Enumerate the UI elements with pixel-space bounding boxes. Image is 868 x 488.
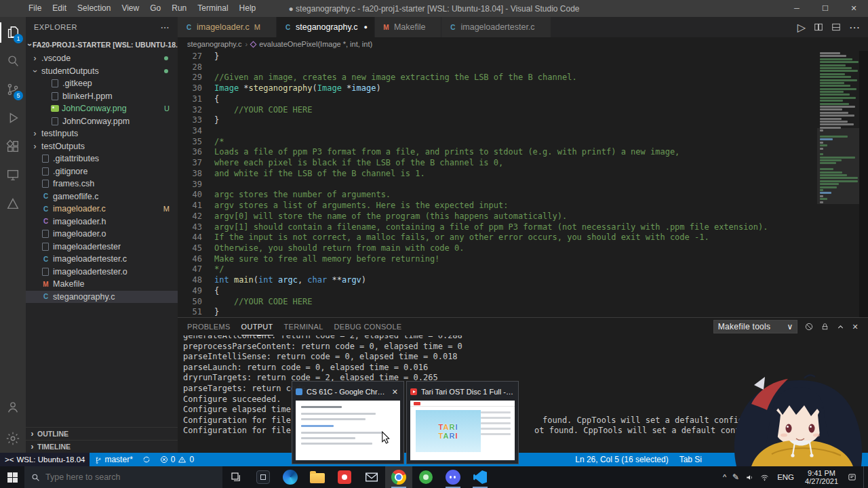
editor-scrollbar[interactable] xyxy=(859,51,868,317)
panel-tab-problems[interactable]: PROBLEMS xyxy=(187,319,231,335)
code-line[interactable]: 27} xyxy=(178,52,817,62)
explorer-more-icon[interactable]: ⋯ xyxy=(161,22,170,33)
code-line[interactable]: 42argv[0] will store the name of the pro… xyxy=(178,211,817,222)
maximize-button[interactable]: ☐ xyxy=(811,0,840,17)
output-log[interactable]: generateAllContent: return code = 2, ela… xyxy=(178,336,868,453)
edge-icon[interactable] xyxy=(277,466,304,488)
timeline-section[interactable]: › TIMELINE xyxy=(26,440,178,453)
taskbar-search[interactable] xyxy=(24,466,222,488)
mail-icon[interactable] xyxy=(358,466,385,488)
git-branch-indicator[interactable]: master* xyxy=(90,453,137,466)
file-.gitattributes[interactable]: .gitattributes xyxy=(26,152,178,165)
code-line[interactable]: 37where each pixel is black if the LSB o… xyxy=(178,158,817,169)
file-.vscode[interactable]: ›.vscode xyxy=(26,52,178,65)
breadcrumb[interactable]: steganography.c › evaluateOnePixel(Image… xyxy=(178,37,868,51)
red-app-icon[interactable] xyxy=(331,466,358,488)
search-input[interactable] xyxy=(45,472,201,482)
line-number[interactable]: 49 xyxy=(178,286,202,297)
more-actions-icon[interactable]: ⋯ xyxy=(849,21,860,34)
file-.gitignore[interactable]: .gitignore xyxy=(26,165,178,178)
chrome-icon[interactable] xyxy=(385,466,412,488)
split-editor-icon[interactable] xyxy=(814,22,823,32)
code-line[interactable]: 35/* xyxy=(178,137,817,148)
run-debug-icon[interactable] xyxy=(0,104,26,132)
file-imageloadertester.c[interactable]: Cimageloadertester.c xyxy=(26,253,178,266)
preview-thumbnail[interactable]: TARITARI xyxy=(410,401,515,460)
file-testInputs[interactable]: ›testInputs xyxy=(26,127,178,140)
line-number[interactable]: 38 xyxy=(178,169,202,180)
sync-button[interactable] xyxy=(138,453,155,466)
line-number[interactable]: 36 xyxy=(178,147,202,158)
menu-view[interactable]: View xyxy=(116,0,144,17)
green-app-icon[interactable] xyxy=(412,466,439,488)
line-number[interactable]: 28 xyxy=(178,62,202,73)
remote-explorer-icon[interactable] xyxy=(0,161,26,189)
line-number[interactable]: 30 xyxy=(178,83,202,94)
menu-selection[interactable]: Selection xyxy=(72,0,116,17)
file-JohnConway.ppm[interactable]: JohnConway.ppm xyxy=(26,115,178,128)
network-icon[interactable] xyxy=(760,473,769,482)
show-desktop-button[interactable] xyxy=(863,466,867,488)
line-number[interactable]: 51 xyxy=(178,307,202,317)
maximize-panel-icon[interactable] xyxy=(836,323,845,331)
code-line[interactable]: 32 //YOUR CODE HERE xyxy=(178,105,817,116)
minimap[interactable] xyxy=(817,51,859,317)
tab-steganography.c[interactable]: Csteganography.c● xyxy=(277,17,375,37)
close-panel-icon[interactable]: ✕ xyxy=(852,323,859,331)
output-channel-dropdown[interactable]: Makefile tools∨ xyxy=(713,320,798,333)
file-studentOutputs[interactable]: ›studentOutputs xyxy=(26,65,178,78)
file-imageloader.c[interactable]: Cimageloader.cM xyxy=(26,203,178,216)
dark-app-icon[interactable] xyxy=(250,466,277,488)
speaker-icon[interactable] xyxy=(745,473,754,482)
source-control-icon[interactable]: 5 xyxy=(0,75,26,104)
remote-indicator[interactable]: >< WSL: Ubuntu-18.04 xyxy=(0,453,90,466)
tray-expand-icon[interactable]: ^ xyxy=(723,473,726,481)
line-number[interactable]: 50 xyxy=(178,297,202,308)
clear-output-icon[interactable] xyxy=(804,322,814,331)
line-number[interactable]: 31 xyxy=(178,94,202,105)
project-folder-header[interactable]: › FA20-PROJ1-STARTER [WSL: UBUNTU-18.04] xyxy=(26,37,178,52)
problems-indicator[interactable]: 0 0 xyxy=(155,453,199,466)
tab-size-indicator[interactable]: Tab Si xyxy=(679,455,702,464)
file-imageloadertester.o[interactable]: imageloadertester.o xyxy=(26,266,178,279)
line-number[interactable]: 33 xyxy=(178,115,202,126)
outline-section[interactable]: › OUTLINE xyxy=(26,427,178,440)
panel-tab-output[interactable]: OUTPUT xyxy=(241,319,273,336)
language-indicator[interactable]: ENG xyxy=(775,473,796,481)
discord-icon[interactable] xyxy=(439,466,467,488)
close-icon[interactable]: ✕ xyxy=(390,388,400,396)
file-JohnConway.png[interactable]: JohnConway.pngU xyxy=(26,102,178,115)
search-icon[interactable] xyxy=(0,47,26,75)
code-line[interactable]: 44If the input is not correct, a malloc … xyxy=(178,232,817,243)
line-number[interactable]: 45 xyxy=(178,243,202,254)
code-line[interactable]: 41argv stores a list of arguments. Here … xyxy=(178,201,817,211)
pen-icon[interactable]: ✎ xyxy=(732,472,739,482)
tab-imageloadertester.c[interactable]: Cimageloadertester.c xyxy=(441,17,551,37)
file-blinkerH.ppm[interactable]: blinkerH.ppm xyxy=(26,90,178,103)
explorer-icon[interactable]: 1 xyxy=(0,18,26,47)
dirty-dot-icon[interactable]: ● xyxy=(364,24,368,30)
code-line[interactable]: 45Otherwise, you should return from main… xyxy=(178,243,817,254)
preview-card-cs61c[interactable]: CS 61C - Google Chrome ✕ xyxy=(292,381,404,464)
menu-edit[interactable]: Edit xyxy=(47,0,72,17)
file-testOutputs[interactable]: ›testOutputs xyxy=(26,140,178,153)
file-imageloader.o[interactable]: imageloader.o xyxy=(26,228,178,241)
panel-tab-terminal[interactable]: TERMINAL xyxy=(284,319,323,335)
line-number[interactable]: 27 xyxy=(178,52,202,62)
code-line[interactable]: 39 xyxy=(178,180,817,190)
code-line[interactable]: 46Make sure to free all memory before re… xyxy=(178,254,817,265)
file-imageloader.h[interactable]: Cimageloader.h xyxy=(26,216,178,228)
code-line[interactable]: 49{ xyxy=(178,286,817,297)
menu-help[interactable]: Help xyxy=(234,0,262,17)
file-imageloadertester[interactable]: imageloadertester xyxy=(26,241,178,253)
line-number[interactable]: 32 xyxy=(178,105,202,116)
line-number[interactable]: 35 xyxy=(178,137,202,148)
code-line[interactable]: 50 //YOUR CODE HERE xyxy=(178,297,817,308)
notification-center-icon[interactable] xyxy=(847,472,857,482)
file-.gitkeep[interactable]: .gitkeep xyxy=(26,77,178,90)
line-number[interactable]: 47 xyxy=(178,264,202,275)
line-number[interactable]: 39 xyxy=(178,180,202,190)
menu-file[interactable]: File xyxy=(23,0,47,17)
tab-Makefile[interactable]: MMakefile xyxy=(375,17,442,37)
line-number[interactable]: 41 xyxy=(178,201,202,211)
